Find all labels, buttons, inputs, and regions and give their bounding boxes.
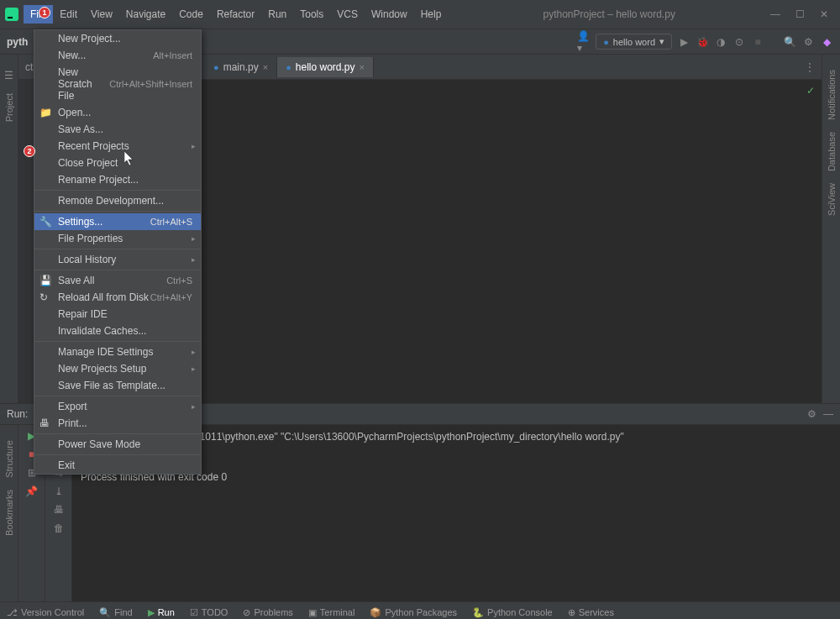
bottom-tool-tabs: ⎇Version Control 🔍Find ▶Run ☑TODO ⊘Probl… bbox=[0, 601, 840, 619]
menu-item-reload-all-from-disk[interactable]: ↻Reload All from DiskCtrl+Alt+Y bbox=[34, 289, 201, 306]
tab-problems[interactable]: ⊘Problems bbox=[243, 607, 292, 618]
tab-hello-word-py[interactable]: ● hello word.py × bbox=[277, 57, 374, 77]
sciview-tool[interactable]: SciView bbox=[827, 183, 837, 216]
menu-item-rename-project-[interactable]: Rename Project... bbox=[34, 171, 201, 188]
menu-item-open-[interactable]: 📁Open... bbox=[34, 104, 201, 121]
close-icon[interactable]: × bbox=[263, 62, 268, 72]
menu-item-new-projects-setup[interactable]: New Projects Setup▸ bbox=[34, 360, 201, 377]
left-tool-rail: ☰ Project bbox=[0, 55, 18, 403]
menu-item-repair-ide[interactable]: Repair IDE bbox=[34, 306, 201, 323]
menu-item-manage-ide-settings[interactable]: Manage IDE Settings▸ bbox=[34, 344, 201, 360]
annotation-2: 2 bbox=[24, 145, 35, 157]
ide-icon[interactable]: ◆ bbox=[820, 35, 833, 49]
project-label: pyth bbox=[7, 36, 28, 48]
chevron-down-icon: ▾ bbox=[659, 36, 664, 47]
window-title: pythonProject – hello word.py bbox=[448, 8, 770, 20]
tab-python-packages[interactable]: 📦Python Packages bbox=[370, 607, 457, 618]
menu-item-new-scratch-file[interactable]: New Scratch FileCtrl+Alt+Shift+Insert bbox=[34, 64, 201, 104]
pin-icon[interactable]: 📌 bbox=[25, 485, 38, 497]
menu-item-remote-development-[interactable]: Remote Development... bbox=[34, 192, 201, 209]
tab-todo[interactable]: ☑TODO bbox=[190, 607, 228, 618]
hide-icon[interactable]: — bbox=[823, 408, 833, 420]
chevron-right-icon: ▸ bbox=[192, 142, 196, 150]
coverage-button[interactable]: ◑ bbox=[714, 35, 727, 49]
menu-item-save-all[interactable]: 💾Save AllCtrl+S bbox=[34, 272, 201, 289]
project-tool-label[interactable]: Project bbox=[4, 93, 14, 122]
menu-item-print-[interactable]: 🖶Print... bbox=[34, 415, 201, 432]
menu-item-local-history[interactable]: Local History▸ bbox=[34, 251, 201, 268]
menu-vcs[interactable]: VCS bbox=[330, 5, 365, 24]
menu-item-save-file-as-template-[interactable]: Save File as Template... bbox=[34, 377, 201, 394]
chevron-right-icon: ▸ bbox=[192, 348, 196, 356]
menu-refactor[interactable]: Refactor bbox=[210, 5, 261, 24]
menu-navigate[interactable]: Navigate bbox=[119, 5, 172, 24]
bookmarks-tool[interactable]: Bookmarks bbox=[4, 490, 14, 536]
wrench-icon: 🔧 bbox=[39, 216, 51, 228]
menu-item-new-[interactable]: New...Alt+Insert bbox=[34, 47, 201, 64]
menu-view[interactable]: View bbox=[84, 5, 119, 24]
maximize-icon[interactable]: ☐ bbox=[795, 8, 805, 20]
menu-item-recent-projects[interactable]: Recent Projects▸ bbox=[34, 138, 201, 155]
menu-item-power-save-mode[interactable]: Power Save Mode bbox=[34, 436, 201, 453]
chevron-right-icon: ▸ bbox=[192, 234, 196, 243]
menu-item-save-as-[interactable]: Save As... bbox=[34, 121, 201, 138]
menu-run[interactable]: Run bbox=[261, 5, 293, 24]
menu-item-new-project-[interactable]: New Project... bbox=[34, 30, 201, 47]
tab-python-console[interactable]: 🐍Python Console bbox=[472, 607, 553, 618]
tab-terminal[interactable]: ▣Terminal bbox=[308, 607, 355, 618]
cursor-icon bbox=[124, 151, 134, 166]
menu-edit[interactable]: Edit bbox=[53, 5, 84, 24]
menu-item-file-properties[interactable]: File Properties▸ bbox=[34, 230, 201, 247]
menu-item-exit[interactable]: Exit bbox=[34, 457, 201, 474]
menu-item-export[interactable]: Export▸ bbox=[34, 398, 201, 415]
menu-tools[interactable]: Tools bbox=[293, 5, 330, 24]
app-icon bbox=[5, 8, 18, 21]
project-tool-icon[interactable]: ☰ bbox=[4, 70, 13, 81]
python-icon: ● bbox=[286, 62, 291, 72]
user-icon[interactable]: 👤▾ bbox=[577, 35, 591, 49]
left-rail-lower: Structure Bookmarks bbox=[0, 425, 18, 601]
notifications-tool[interactable]: Notifications bbox=[827, 70, 837, 120]
tab-find[interactable]: 🔍Find bbox=[99, 607, 132, 618]
window-controls: — ☐ ✕ bbox=[770, 8, 835, 20]
scroll-icon[interactable]: ⤓ bbox=[55, 485, 63, 497]
trash-icon[interactable]: 🗑 bbox=[54, 522, 64, 534]
titlebar: File Edit View Navigate Code Refactor Ru… bbox=[0, 0, 840, 29]
menu-item-settings-[interactable]: 🔧Settings...Ctrl+Alt+S bbox=[34, 213, 201, 230]
close-icon[interactable]: ✕ bbox=[820, 8, 828, 20]
minimize-icon[interactable]: — bbox=[770, 8, 780, 20]
editor-more-icon[interactable]: ⋮ bbox=[798, 61, 822, 73]
search-icon[interactable]: 🔍 bbox=[783, 35, 796, 49]
chevron-right-icon: ▸ bbox=[192, 402, 196, 411]
print-icon: 🖶 bbox=[39, 417, 51, 429]
tab-services[interactable]: ⊕Services bbox=[568, 607, 614, 618]
menu-window[interactable]: Window bbox=[365, 5, 414, 24]
run-button[interactable]: ▶ bbox=[677, 35, 690, 49]
svg-rect-0 bbox=[5, 8, 18, 21]
run-config-selector[interactable]: ● hello word ▾ bbox=[596, 34, 672, 50]
tab-run[interactable]: ▶Run bbox=[148, 607, 175, 618]
debug-button[interactable]: 🐞 bbox=[696, 35, 709, 49]
database-tool[interactable]: Database bbox=[827, 132, 837, 171]
check-icon: ✓ bbox=[806, 83, 815, 98]
print-icon[interactable]: 🖶 bbox=[54, 504, 64, 516]
menu-item-close-project[interactable]: Close Project bbox=[34, 155, 201, 171]
tab-version-control[interactable]: ⎇Version Control bbox=[7, 607, 84, 618]
gear-icon[interactable]: ⚙ bbox=[807, 408, 816, 420]
structure-tool[interactable]: Structure bbox=[4, 440, 14, 478]
chevron-right-icon: ▸ bbox=[192, 365, 196, 373]
profile-button[interactable]: ⊙ bbox=[732, 35, 746, 49]
svg-rect-1 bbox=[8, 17, 13, 18]
tab-main-py[interactable]: ● main.py × bbox=[205, 57, 277, 77]
reload-icon: ↻ bbox=[39, 291, 51, 303]
menu-help[interactable]: Help bbox=[414, 5, 449, 24]
menu-code[interactable]: Code bbox=[172, 5, 210, 24]
gear-icon[interactable]: ⚙ bbox=[801, 35, 815, 49]
chevron-right-icon: ▸ bbox=[192, 255, 196, 264]
run-panel-label: Run: bbox=[7, 408, 28, 420]
stop-button[interactable]: ■ bbox=[751, 35, 764, 49]
save-icon: 💾 bbox=[39, 275, 51, 286]
menu-item-invalidate-caches-[interactable]: Invalidate Caches... bbox=[34, 323, 201, 339]
close-icon[interactable]: × bbox=[360, 62, 365, 72]
annotation-1: 1 bbox=[39, 7, 50, 18]
